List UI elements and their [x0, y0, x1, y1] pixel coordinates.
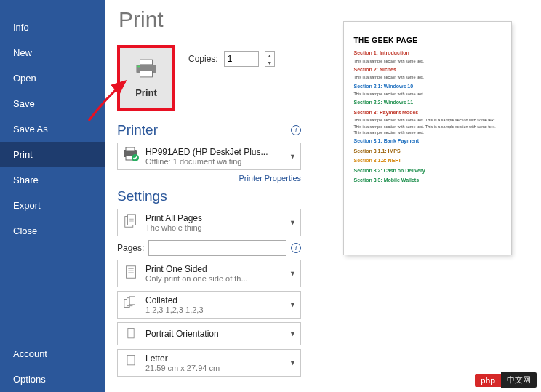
sidebar-item-info[interactable]: Info — [0, 15, 105, 40]
settings-heading: Settings — [117, 188, 167, 204]
watermark: php 中文网 — [475, 372, 537, 388]
doc-body: This is a sample section with some text. — [354, 74, 501, 80]
svg-rect-0 — [140, 60, 153, 65]
chevron-down-icon: ▼ — [286, 153, 296, 160]
info-icon[interactable]: i — [291, 243, 301, 253]
svg-rect-13 — [127, 266, 136, 279]
doc-section: Section 3: Payment Modes — [354, 109, 501, 117]
print-controls: Print Print Copies: ▲ ▼ Printer i — [105, 0, 313, 392]
sidebar-item-save-as[interactable]: Save As — [0, 116, 105, 142]
preview-page: THE GEEK PAGE Section 1: Introduction Th… — [344, 22, 511, 255]
doc-section: Section 3.1.1: IMPS — [354, 148, 501, 156]
chevron-down-icon: ▼ — [286, 359, 296, 367]
print-button-label: Print — [135, 87, 157, 98]
sidebar-item-export[interactable]: Export — [0, 193, 105, 218]
sidebar-item-account[interactable]: Account — [0, 341, 105, 367]
sides-line2: Only print on one side of th... — [145, 274, 281, 283]
chevron-down-icon: ▼ — [286, 270, 296, 277]
svg-rect-9 — [127, 215, 135, 225]
orientation-dropdown[interactable]: Portrait Orientation ▼ — [117, 322, 301, 345]
doc-section: Section 1: Introduction — [354, 49, 501, 57]
collate-icon — [122, 295, 140, 311]
collate-dropdown[interactable]: Collated 1,2,3 1,2,3 1,2,3 ▼ — [117, 291, 301, 319]
sidebar-item-options[interactable]: Options — [0, 367, 105, 392]
sidebar-item-share[interactable]: Share — [0, 167, 105, 193]
printer-status-text: Offline: 1 document waiting — [145, 157, 281, 166]
backstage-sidebar: Info New Open Save Save As Print Share E… — [0, 0, 105, 392]
printer-dropdown[interactable]: HP991AED (HP DeskJet Plus... Offline: 1 … — [117, 143, 301, 170]
svg-rect-21 — [127, 356, 135, 365]
print-button[interactable]: Print — [117, 45, 175, 111]
print-pages-dropdown[interactable]: Print All Pages The whole thing ▼ — [117, 209, 301, 236]
pages-input[interactable] — [148, 240, 286, 256]
doc-section: Section 3.3: Mobile Wallets — [354, 177, 501, 185]
copies-input[interactable] — [224, 51, 259, 67]
svg-rect-2 — [137, 65, 140, 67]
paper-line2: 21.59 cm x 27.94 cm — [145, 364, 281, 372]
info-icon[interactable]: i — [291, 125, 301, 135]
sides-line1: Print One Sided — [145, 264, 281, 274]
collate-line2: 1,2,3 1,2,3 1,2,3 — [145, 305, 281, 314]
sidebar-item-save[interactable]: Save — [0, 91, 105, 116]
chevron-down-icon: ▼ — [286, 219, 296, 226]
print-preview: THE GEEK PAGE Section 1: Introduction Th… — [313, 0, 541, 392]
doc-body: This is a sample section with some text.… — [354, 117, 501, 135]
printer-heading: Printer — [117, 122, 158, 138]
main-area: Print Print Copies: ▲ ▼ Printer i — [105, 0, 541, 392]
sidebar-item-open[interactable]: Open — [0, 65, 105, 91]
printer-properties-link[interactable]: Printer Properties — [117, 174, 301, 183]
paper-line1: Letter — [145, 353, 281, 364]
one-sided-icon — [122, 264, 140, 280]
doc-section: Section 3.1.2: NEFT — [354, 157, 501, 165]
watermark-right: 中文网 — [501, 372, 537, 388]
pages-label: Pages: — [117, 243, 144, 253]
portrait-icon — [122, 327, 140, 341]
sidebar-item-print[interactable]: Print — [0, 142, 105, 167]
sides-dropdown[interactable]: Print One Sided Only print on one side o… — [117, 260, 301, 287]
spinner-down-icon[interactable]: ▼ — [265, 59, 274, 66]
printer-name: HP991AED (HP DeskJet Plus... — [145, 147, 281, 157]
doc-section: Section 2.1: Windows 10 — [354, 83, 501, 91]
collate-line1: Collated — [145, 295, 281, 305]
watermark-left: php — [475, 374, 501, 387]
page-title: Print — [119, 7, 301, 32]
chevron-down-icon: ▼ — [286, 330, 296, 337]
sidebar-item-close[interactable]: Close — [0, 218, 105, 244]
printer-status-icon — [122, 147, 140, 161]
doc-section: Section 3.2: Cash on Delivery — [354, 167, 501, 175]
svg-rect-3 — [140, 71, 153, 77]
svg-rect-5 — [126, 147, 135, 151]
pages-icon — [122, 213, 140, 229]
svg-rect-20 — [128, 329, 134, 338]
doc-title: THE GEEK PAGE — [354, 35, 501, 46]
doc-body: This is a sample section with some text. — [354, 91, 501, 97]
spinner-up-icon[interactable]: ▲ — [265, 52, 274, 59]
doc-section: Section 3.1: Bank Payment — [354, 137, 501, 145]
orientation-line1: Portrait Orientation — [145, 329, 281, 339]
doc-body: This is a sample section with some text. — [354, 58, 501, 64]
printer-icon — [134, 58, 159, 81]
paper-dropdown[interactable]: Letter 21.59 cm x 27.94 cm ▼ — [117, 349, 301, 377]
doc-section: Section 2.2: Windows 11 — [354, 99, 501, 107]
chevron-down-icon: ▼ — [286, 301, 296, 308]
svg-rect-19 — [129, 297, 135, 305]
copies-spinner[interactable]: ▲ ▼ — [265, 51, 275, 67]
paper-size-icon — [122, 353, 140, 368]
doc-section: Section 2: Niches — [354, 66, 501, 74]
sidebar-item-new[interactable]: New — [0, 40, 105, 65]
copies-label: Copies: — [188, 54, 218, 64]
print-pages-line1: Print All Pages — [145, 213, 281, 223]
print-pages-line2: The whole thing — [145, 223, 281, 232]
